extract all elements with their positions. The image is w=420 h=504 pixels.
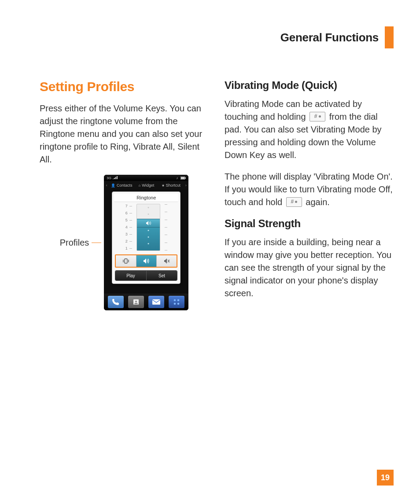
profile-silent-button[interactable] [156,255,177,267]
home-tab-contacts[interactable]: 👤Contacts [109,183,134,188]
phone-screenshot: 3G ♪ ‹ [104,175,188,310]
dock-contacts-button[interactable] [128,296,144,308]
left-column: Setting Profiles Press either of the Vol… [40,79,209,310]
svg-rect-6 [152,299,160,305]
callout-leader-line [92,243,101,243]
volume-ticks-left: 7 6 5 4 3 2 1 [125,204,132,251]
content-columns: Setting Profiles Press either of the Vol… [40,79,394,310]
volume-knob[interactable] [136,219,160,228]
svg-point-10 [177,303,180,305]
svg-point-8 [177,299,180,302]
battery-icon [181,177,186,180]
header-section-title: General Functions [280,31,379,44]
home-tabs: ‹ 👤Contacts ⌂Widget ★Shortcut › [104,181,188,190]
dock-phone-button[interactable] [108,296,124,308]
phone-icon [112,298,120,305]
vibrate-icon [122,258,129,264]
svg-rect-3 [125,259,127,263]
hash-key-icon: # [309,112,325,121]
svg-point-5 [135,301,137,302]
chevron-right-icon[interactable]: › [183,183,188,188]
grid-icon [173,298,180,305]
page-header: General Functions [40,26,394,48]
contacts-icon [132,298,140,305]
home-tab-shortcut[interactable]: ★Shortcut [158,183,183,188]
volume-area: 7 6 5 4 3 2 1 [112,204,180,251]
signal-icon [113,176,118,180]
network-label: 3G [107,176,111,180]
figure-label: Profiles [60,238,89,248]
person-icon: 👤 [111,184,115,188]
setting-profiles-body: Press either of the Volume Keys. You can… [40,102,209,166]
music-icon: ♪ [176,176,178,180]
dock-messaging-button[interactable] [148,296,164,308]
page-number: 19 [377,470,394,486]
volume-fill [137,224,160,250]
volume-ticks-right [165,204,167,251]
svg-rect-1 [185,177,186,179]
panel-actions: Play Set [115,270,177,281]
ringtone-panel: Ringtone 7 6 5 4 3 2 1 [112,191,181,284]
play-button[interactable]: Play [115,271,146,280]
mute-icon [164,258,170,264]
chevron-left-icon[interactable]: ‹ [104,183,109,188]
header-accent-bar [385,26,394,48]
speaker-icon [143,258,149,264]
volume-bar[interactable] [136,204,160,251]
status-bar: 3G ♪ [104,175,188,181]
vibrating-mode-heading: Vibrating Mode (Quick) [225,79,394,92]
star-icon: ★ [162,184,165,188]
profiles-row [115,254,177,268]
svg-point-7 [174,299,176,302]
envelope-icon [152,299,161,305]
svg-rect-2 [181,177,184,179]
signal-strength-body: If you are inside a building, being near… [225,236,394,300]
home-tab-widget[interactable]: ⌂Widget [134,183,158,188]
vibrating-mode-p1: Vibrating Mode can be activated by touch… [225,98,394,162]
screen-body: Ringtone 7 6 5 4 3 2 1 [104,190,188,294]
signal-strength-heading: Signal Strength [225,217,394,230]
dock-menu-button[interactable] [169,296,184,308]
dock [104,294,188,310]
setting-profiles-heading: Setting Profiles [40,79,209,94]
manual-page: General Functions Setting Profiles Press… [0,0,420,504]
svg-point-9 [174,303,176,305]
profile-ring-button[interactable] [136,255,156,267]
figure-wrap: Profiles 3G ♪ [40,175,209,310]
set-button[interactable]: Set [146,271,177,280]
vibrating-mode-p2: The phone will display 'Vibrating Mode O… [225,170,394,209]
panel-title: Ringtone [114,194,178,202]
right-column: Vibrating Mode (Quick) Vibrating Mode ca… [225,79,394,310]
home-icon: ⌂ [138,184,140,188]
profile-vibrate-button[interactable] [116,255,136,267]
hash-key-icon: # [286,197,302,207]
